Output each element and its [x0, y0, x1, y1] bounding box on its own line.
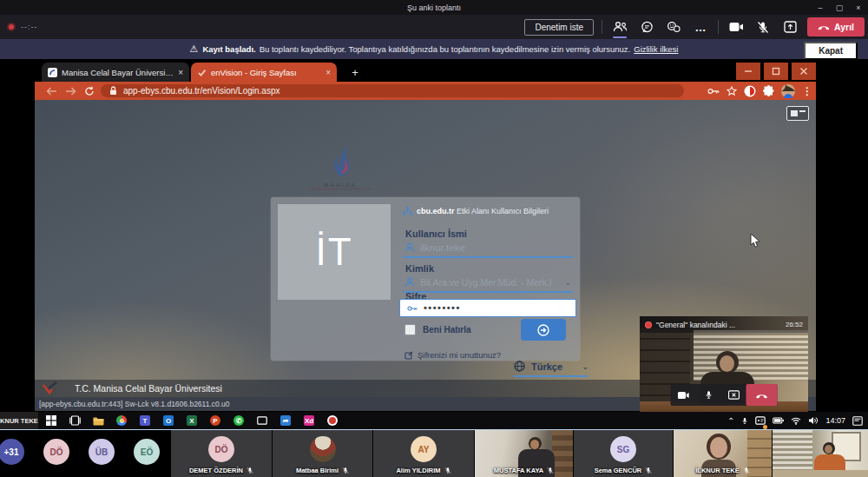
- system-tray: ⌃ 14:07: [727, 412, 868, 429]
- university-logo: MANISA CELAL BAYAR ÜNİVERSİTESİ: [288, 143, 392, 199]
- file-explorer-icon[interactable]: [92, 414, 104, 427]
- action-center-icon[interactable]: [852, 416, 863, 426]
- tray-wifi-icon[interactable]: [791, 417, 801, 425]
- password-field[interactable]: ••••••••: [399, 299, 576, 317]
- participant-photo-avatar: [310, 436, 336, 462]
- meeting-title: Şu anki toplantı: [407, 3, 461, 12]
- profile-avatar[interactable]: [781, 84, 795, 98]
- mic-muted-icon: [743, 467, 750, 474]
- participant-tile[interactable]: Matbaa Birimi: [273, 430, 372, 477]
- tab-close-icon[interactable]: ×: [326, 68, 331, 77]
- new-tab-button[interactable]: +: [347, 64, 363, 80]
- back-button[interactable]: [42, 87, 61, 96]
- participant-avatar: DÖ: [208, 436, 234, 462]
- pip-hangup-button[interactable]: [746, 384, 778, 406]
- forward-button[interactable]: [61, 87, 80, 96]
- participant-tile[interactable]: SG Sema GENCÜR: [574, 430, 673, 477]
- xd-app-icon[interactable]: Xd: [303, 414, 315, 427]
- mic-muted-icon: [547, 467, 554, 474]
- camera-button[interactable]: [727, 18, 746, 36]
- warning-icon: ⚠: [190, 43, 199, 55]
- share-app-icon[interactable]: ➦: [279, 414, 292, 427]
- https-lock-icon: [109, 86, 117, 96]
- windows-taskbar: KNUR TEKE T O X P ✆ ➦ Xd ⌃ 14:07: [0, 412, 868, 429]
- participant-video-tile[interactable]: İLKNUR TEKE: [674, 430, 772, 477]
- url-bar[interactable]: app-ebys.cbu.edu.tr/enVision/Login.aspx: [101, 84, 684, 97]
- remember-me-checkbox[interactable]: [404, 324, 416, 335]
- forgot-password-link[interactable]: Şifrenizi mi unuttunuz?: [404, 350, 501, 360]
- participant-tile[interactable]: DÖ DEMET ÖZDERİN: [171, 430, 272, 477]
- active-tab-underline: [613, 36, 627, 38]
- teams-icon[interactable]: T: [139, 414, 151, 427]
- tray-speaker-icon[interactable]: [808, 416, 819, 425]
- browser-menu-kebab-icon[interactable]: ⋮: [802, 85, 812, 97]
- excel-icon[interactable]: X: [186, 414, 198, 427]
- powerpoint-icon[interactable]: P: [209, 414, 221, 427]
- pip-stop-share-button[interactable]: [721, 384, 746, 406]
- window-close-icon[interactable]: ×: [849, 0, 868, 15]
- bookmark-star-icon[interactable]: [727, 86, 737, 96]
- taskbar-clock[interactable]: 14:07: [825, 416, 845, 425]
- participant-avatar[interactable]: ÜB: [89, 439, 115, 465]
- more-options-button[interactable]: …: [691, 18, 710, 36]
- login-submit-button[interactable]: [521, 319, 566, 341]
- extension-badge-icon[interactable]: [744, 85, 756, 97]
- language-selector[interactable]: Türkçe ⌄: [514, 361, 589, 377]
- start-button[interactable]: [45, 414, 57, 427]
- mouse-cursor: [750, 233, 761, 248]
- tray-battery-icon[interactable]: [773, 417, 784, 424]
- tab-manisa-cbu[interactable]: Manisa Celal Bayar Üniversitesi - ×: [42, 63, 189, 82]
- banner-dismiss-button[interactable]: Kapat: [804, 42, 858, 60]
- chrome-icon[interactable]: [115, 414, 128, 427]
- tab-envision-login[interactable]: enVision - Giriş Sayfası ×: [191, 63, 337, 82]
- language-value: Türkçe: [531, 361, 562, 372]
- tab-close-icon[interactable]: ×: [178, 68, 183, 77]
- password-key-icon[interactable]: [707, 88, 720, 95]
- participant-tile[interactable]: AY Alim YILDIRIM: [373, 430, 474, 477]
- task-view-icon[interactable]: [69, 414, 81, 427]
- identity-dropdown[interactable]: Bil.Ara.ve Uyg.Mer.Müd. - Merk.I ⌄: [403, 275, 573, 293]
- participants-button[interactable]: [610, 18, 629, 36]
- browser-restore-button[interactable]: [764, 63, 788, 80]
- participant-name: Alim YILDIRIM: [396, 467, 440, 474]
- user-initials-avatar: İT: [278, 204, 391, 300]
- outlook-icon[interactable]: O: [162, 414, 174, 427]
- participant-video-tile[interactable]: MUSTAFA KAYA: [475, 430, 573, 477]
- extensions-puzzle-icon[interactable]: [763, 85, 774, 96]
- pip-camera-button[interactable]: [671, 384, 696, 406]
- request-control-button[interactable]: Denetim iste: [524, 19, 594, 36]
- privacy-policy-link[interactable]: Gizlilik ilkesi: [634, 44, 678, 54]
- identity-label: Kimlik: [405, 263, 434, 274]
- mic-muted-button[interactable]: [753, 18, 773, 36]
- red-app-icon[interactable]: [326, 414, 339, 427]
- participant-name: MUSTAFA KAYA: [494, 467, 543, 474]
- whatsapp-icon[interactable]: ✆: [233, 414, 245, 427]
- recording-dot-icon: [645, 321, 652, 328]
- share-screen-button[interactable]: [780, 18, 799, 36]
- participant-video-tile[interactable]: [773, 430, 868, 477]
- chat-button[interactable]: [637, 18, 656, 36]
- window-minimize-icon[interactable]: –: [811, 0, 830, 15]
- reload-button[interactable]: [80, 86, 99, 96]
- app-window-icon[interactable]: [256, 414, 268, 427]
- reactions-button[interactable]: [664, 18, 683, 36]
- leave-meeting-button[interactable]: Ayrıl: [807, 17, 865, 36]
- username-value: ilknur.teke: [420, 242, 465, 253]
- tray-mic-icon[interactable]: [741, 416, 748, 426]
- overflow-participants-badge[interactable]: +31: [0, 439, 24, 465]
- participant-avatar[interactable]: DÖ: [43, 439, 69, 465]
- tray-teams-icon[interactable]: [755, 413, 766, 428]
- browser-close-button[interactable]: [792, 63, 816, 80]
- participant-avatar[interactable]: EÖ: [134, 439, 160, 465]
- browser-minimize-button[interactable]: [736, 63, 760, 80]
- password-value: ••••••••: [424, 303, 461, 313]
- tab-favicon: [197, 68, 207, 77]
- tray-chevron-up-icon[interactable]: ⌃: [727, 416, 734, 426]
- pip-video-window[interactable]: "General" kanalındaki ... 26:52: [640, 316, 808, 414]
- reading-list-icon[interactable]: [786, 106, 809, 121]
- pip-mic-button[interactable]: [696, 384, 721, 406]
- participant-strip: +31 DÖ ÜB EÖ DÖ DEMET ÖZDERİN Matbaa Bir…: [0, 430, 868, 477]
- participant-name: Matbaa Birimi: [296, 467, 339, 474]
- window-restore-icon[interactable]: ▢: [830, 0, 849, 15]
- username-field[interactable]: ilknur.teke: [403, 241, 573, 258]
